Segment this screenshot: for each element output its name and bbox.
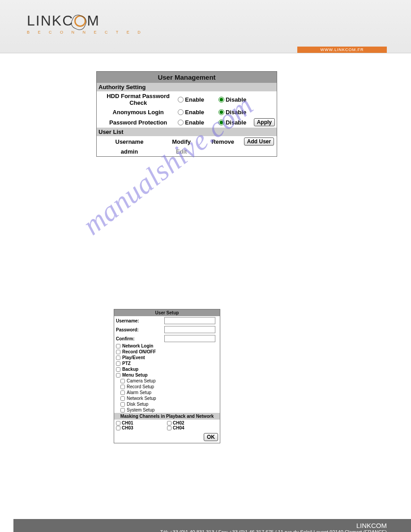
confirm-row: Confirm:	[114, 334, 220, 343]
auth-label: Anonymous Login	[98, 109, 178, 116]
hdd-disable-radio[interactable]	[218, 97, 224, 103]
chk-backup[interactable]	[116, 367, 120, 372]
perm-ptz: PTZ	[114, 360, 220, 366]
pwd-disable-radio[interactable]	[218, 120, 224, 125]
user-name: admin	[98, 148, 160, 155]
footer-contact: Tél: +33 (0)1 40 831 313 / Fax: +33 (0)1…	[160, 529, 387, 532]
pwd-enable-radio[interactable]	[178, 120, 184, 125]
chk-camera-setup[interactable]	[120, 379, 125, 383]
chk-record-setup[interactable]	[120, 385, 125, 389]
logo-text: LINKC M	[27, 13, 384, 29]
chk-network-setup[interactable]	[120, 396, 125, 401]
username-row: Username:	[114, 316, 220, 325]
perm-alarm-setup: Alarm Setup	[114, 390, 220, 395]
col-modify: Modify	[160, 138, 203, 145]
perm-record-onoff: Record ON/OFF	[114, 349, 220, 355]
auth-row-anon: Anonymous Login Enable Disable	[97, 107, 277, 117]
panel2-title: User Setup	[114, 309, 220, 316]
perm-record-setup: Record Setup	[114, 384, 220, 390]
chk-network-login[interactable]	[116, 344, 120, 348]
footer-company: LINKCOM	[13, 522, 387, 529]
anon-disable-radio[interactable]	[218, 109, 224, 115]
chk-disk-setup[interactable]	[120, 402, 125, 407]
page-footer: LINKCOM Tél: +33 (0)1 40 831 313 / Fax: …	[0, 519, 411, 532]
edit-link[interactable]: Edit	[160, 148, 203, 155]
perm-disk-setup: Disk Setup	[114, 401, 220, 407]
chk-play-event[interactable]	[116, 356, 120, 360]
chk-menu-setup[interactable]	[116, 373, 120, 378]
username-input[interactable]	[164, 317, 215, 324]
perm-system-setup: System Setup	[114, 407, 220, 413]
userlist-heading: User List	[97, 128, 277, 136]
chk-record-onoff[interactable]	[116, 350, 120, 354]
chk-ch03[interactable]	[116, 426, 120, 430]
password-input[interactable]	[164, 326, 215, 333]
footer-info: LINKCOM Tél: +33 (0)1 40 831 313 / Fax: …	[13, 519, 411, 532]
panel-title: User Management	[97, 72, 277, 83]
anon-enable-radio[interactable]	[178, 109, 184, 115]
perm-camera-setup: Camera Setup	[114, 378, 220, 384]
col-remove: Remove	[202, 138, 243, 145]
authority-heading: Authority Setting	[97, 83, 277, 91]
add-user-button[interactable]: Add User	[244, 137, 274, 146]
userlist-header: Username Modify Remove Add User	[97, 136, 277, 147]
perm-network-login: Network Login	[114, 343, 220, 349]
perm-play-event: Play/Event	[114, 355, 220, 360]
brand-post: M	[87, 13, 100, 29]
confirm-label: Confirm:	[116, 336, 142, 341]
perm-menu-setup: Menu Setup	[114, 372, 220, 378]
logo-tagline: B E C O N N E C T E D	[27, 30, 384, 34]
perm-network-setup: Network Setup	[114, 395, 220, 401]
auth-label: HDD Format Password Check	[98, 93, 178, 106]
logo: LINKC M B E C O N N E C T E D	[27, 13, 384, 34]
username-label: Username:	[116, 318, 142, 323]
col-username: Username	[98, 138, 160, 145]
hdd-enable-radio[interactable]	[178, 97, 184, 103]
user-row: admin Edit	[97, 147, 277, 156]
confirm-input[interactable]	[164, 335, 215, 342]
auth-row-hdd: HDD Format Password Check Enable Disable	[97, 91, 277, 107]
perm-backup: Backup	[114, 366, 220, 372]
apply-button[interactable]: Apply	[254, 118, 275, 126]
header-url: WWW.LINKCOM.FR	[297, 47, 387, 53]
auth-label: Password Protection	[98, 119, 178, 126]
mask-heading: Masking Channels in Playback and Network	[114, 413, 220, 420]
user-management-panel: User Management Authority Setting HDD Fo…	[96, 71, 277, 157]
channel-grid: CH01 CH02 CH03 CH04	[114, 420, 220, 431]
chk-ptz[interactable]	[116, 361, 120, 366]
content: User Management Authority Setting HDD Fo…	[0, 53, 411, 510]
brand-pre: LINKC	[27, 13, 73, 29]
password-label: Password:	[116, 327, 142, 332]
page-header: LINKC M B E C O N N E C T E D WWW.LINKCO…	[0, 0, 411, 53]
auth-row-pwd: Password Protection Enable Disable Apply	[97, 117, 277, 128]
chk-ch01[interactable]	[116, 421, 120, 425]
chk-ch02[interactable]	[167, 421, 171, 425]
chk-system-setup[interactable]	[120, 408, 125, 412]
password-row: Password:	[114, 325, 220, 334]
user-setup-panel: User Setup Username: Password: Confirm: …	[114, 309, 220, 443]
ok-button[interactable]: OK	[204, 433, 218, 441]
chk-ch04[interactable]	[167, 426, 171, 430]
chk-alarm-setup[interactable]	[120, 390, 125, 395]
logo-o-icon	[74, 15, 86, 27]
